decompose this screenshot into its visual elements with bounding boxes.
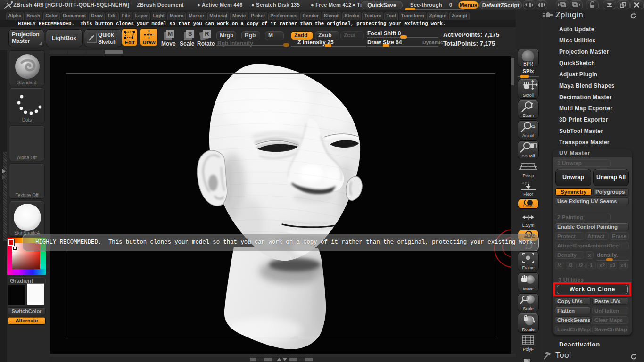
- svg-text:x1: x1: [530, 124, 535, 129]
